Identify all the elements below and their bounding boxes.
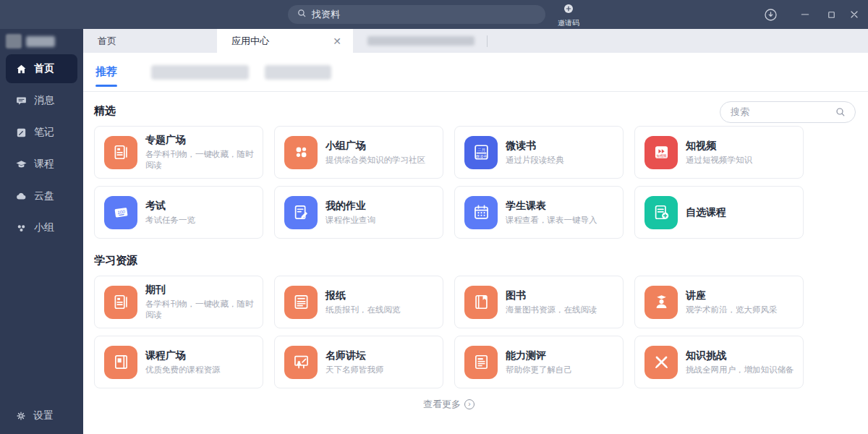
svg-text:微读书: 微读书 [475, 154, 486, 158]
app-card[interactable]: 学生课表 课程查看，课表一键导入 [454, 186, 624, 239]
tab-app-center[interactable]: 应用中心 ✕ [217, 29, 353, 53]
search-icon [835, 106, 846, 118]
app-card-title: 课程广场 [145, 349, 258, 362]
sidebar-item-cloud[interactable]: 云盘 [6, 182, 77, 210]
sidebar-item-courses[interactable]: 课程 [6, 150, 77, 179]
calendar-icon [464, 196, 498, 229]
app-card-title: 名师讲坛 [326, 349, 438, 362]
resources-card-grid: 期刊 各学科刊物，一键收藏，随时阅读 报纸 纸质报刊，在线阅览 图书 海量图书资… [94, 276, 868, 388]
app-card-title: 我的作业 [326, 200, 438, 213]
download-button[interactable] [758, 0, 783, 29]
graduation-cap-icon [15, 158, 27, 171]
app-card-title: 自选课程 [686, 206, 798, 219]
app-card[interactable]: 名师讲坛 天下名师皆我师 [274, 336, 443, 388]
app-card[interactable]: 报纸 纸质报刊，在线阅览 [274, 276, 443, 328]
app-card[interactable]: 二月微读书 微读书 通过片段读经典 [454, 126, 624, 179]
app-card[interactable]: 知视频 知视频 通过短视频学知识 [634, 126, 804, 179]
homework-icon [284, 196, 318, 229]
app-card-title: 讲座 [686, 289, 798, 302]
app-card-title: 报纸 [326, 289, 438, 302]
app-card[interactable]: 图书 海量图书资源，在线阅读 [454, 276, 624, 328]
section-title-resources: 学习资源 [94, 254, 868, 268]
view-more-button[interactable]: 查看更多 › [94, 398, 804, 411]
sidebar: 首页 消息 笔记 课程 云盘 小组 [0, 29, 83, 434]
close-icon [848, 9, 860, 20]
tab-close-icon[interactable]: ✕ [330, 34, 344, 48]
global-search-input[interactable]: 找资料 [288, 5, 545, 24]
app-card[interactable]: 期刊 各学科刊物，一键收藏，随时阅读 [94, 276, 263, 328]
chevron-right-icon: › [464, 399, 475, 409]
exam-icon: 100 [104, 196, 137, 229]
global-search-placeholder: 找资料 [312, 8, 340, 21]
journal-icon [104, 136, 137, 169]
user-profile[interactable] [6, 34, 55, 48]
app-card-desc: 海量图书资源，在线阅读 [506, 305, 618, 315]
app-card[interactable]: 知识挑战 挑战全网用户，增加知识储备 [634, 336, 804, 388]
group-icon [15, 222, 27, 234]
maximize-icon [826, 9, 837, 20]
tab-recommended[interactable]: 推荐 [94, 65, 119, 79]
app-card-desc: 通过短视频学知识 [686, 155, 798, 166]
app-card[interactable]: 讲座 观学术前沿，览大师风采 [634, 276, 804, 328]
blurred-category-tab[interactable] [151, 65, 249, 80]
app-card-desc: 观学术前沿，览大师风采 [686, 305, 798, 315]
username-blurred [26, 36, 55, 47]
tab-divider [487, 35, 488, 47]
sidebar-item-label: 笔记 [34, 126, 54, 139]
app-card-desc: 帮助你更了解自己 [506, 365, 618, 375]
app-card-title: 能力测评 [506, 349, 618, 362]
avatar [6, 34, 22, 48]
invite-code-label: 邀请码 [558, 18, 579, 28]
app-card[interactable]: 课程广场 优质免费的课程资源 [94, 336, 263, 388]
sidebar-item-settings[interactable]: 设置 [15, 409, 54, 422]
swords-icon [644, 346, 678, 379]
app-card[interactable]: 能力测评 帮助你更了解自己 [454, 336, 624, 388]
blackboard-icon [284, 346, 318, 379]
invite-code-button[interactable]: 邀请码 [550, 3, 587, 28]
blurred-category-tab[interactable] [265, 65, 331, 80]
tab-blurred[interactable] [353, 29, 487, 53]
message-icon [15, 95, 27, 107]
tab-bar: 首页 应用中心 ✕ [83, 29, 868, 53]
home-icon [15, 63, 27, 75]
sidebar-item-messages[interactable]: 消息 [6, 86, 77, 115]
app-card[interactable]: 小组广场 提供综合类知识的学习社区 [274, 126, 443, 179]
app-card[interactable]: 自选课程 [634, 186, 804, 239]
app-card-desc: 优质免费的课程资源 [145, 365, 258, 375]
svg-text:知视频: 知视频 [656, 153, 666, 158]
download-icon [763, 7, 778, 22]
sidebar-item-label: 消息 [34, 94, 54, 107]
app-card-title: 期刊 [145, 284, 258, 297]
app-card[interactable]: 100 考试 考试任务一览 [94, 186, 263, 239]
svg-text:二月: 二月 [477, 148, 485, 153]
app-card-desc: 纸质报刊，在线阅览 [326, 305, 438, 315]
app-card-desc: 课程作业查询 [326, 215, 438, 226]
tab-label: 应用中心 [231, 35, 269, 48]
app-card-title: 学生课表 [506, 200, 618, 213]
video-icon: 知视频 [644, 136, 678, 169]
tab-home[interactable]: 首页 [83, 29, 217, 53]
app-card-title: 图书 [506, 289, 618, 302]
category-tabs: 推荐 [83, 53, 868, 92]
tab-recommended-label: 推荐 [95, 65, 117, 77]
sidebar-item-label: 小组 [34, 221, 54, 234]
window-titlebar: 找资料 邀请码 [0, 0, 868, 29]
sidebar-item-notes[interactable]: 笔记 [6, 118, 77, 147]
newspaper-icon [284, 286, 318, 319]
app-card-title: 知视频 [686, 140, 798, 153]
minimize-icon [799, 9, 811, 20]
app-card-desc: 各学科刊物，一键收藏，随时阅读 [145, 149, 258, 171]
app-card[interactable]: 我的作业 课程作业查询 [274, 186, 443, 239]
app-card[interactable]: 专题广场 各学科刊物，一键收藏，随时阅读 [94, 126, 263, 179]
sidebar-item-groups[interactable]: 小组 [6, 213, 77, 242]
sidebar-item-home[interactable]: 首页 [6, 54, 77, 83]
minimize-button[interactable] [794, 0, 816, 29]
app-search-placeholder: 搜索 [731, 106, 749, 119]
blurred-tab-title [367, 36, 475, 46]
maximize-button[interactable] [820, 0, 842, 29]
app-card-desc: 课程查看，课表一键导入 [506, 215, 618, 226]
app-search-input[interactable]: 搜索 [720, 101, 856, 123]
close-button[interactable] [843, 0, 865, 29]
settings-label: 设置 [33, 409, 54, 422]
plus-circle-icon [563, 3, 574, 17]
